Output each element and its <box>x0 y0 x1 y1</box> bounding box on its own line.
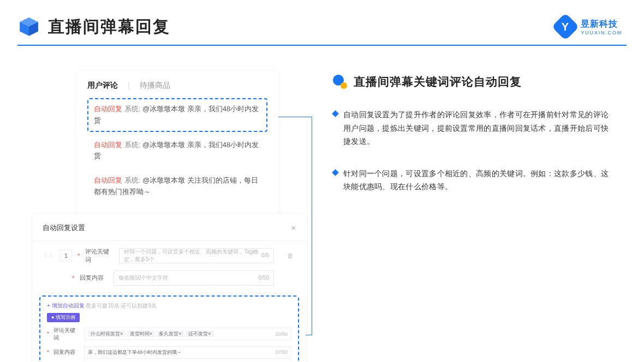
example-block: + 增加自动回复 最多可建10条 还可以创建9条 ● 填写示例 * 评论关键词 … <box>39 295 299 362</box>
auto-reply-message: 自动回复 系统: @冰墩墩本墩 关注我们的店铺，每日都有热门推荐呦～ <box>87 170 267 203</box>
bullet-point: 自动回复设置为了提升作者的评论回复效率，作者可在开播前针对常见的评论用户问题，提… <box>333 108 627 148</box>
description-panel: 直播间弹幕关键词评论自动回复 自动回复设置为了提升作者的评论回复效率，作者可在开… <box>333 71 627 362</box>
tab-user-comments[interactable]: 用户评论 <box>87 81 118 90</box>
example-reply-box: 亲，我们这边都是下单48小时内发货的哦～ 37/50 <box>84 346 291 359</box>
example-badge: ● 填写示例 <box>47 313 80 322</box>
brand-name-cn: 昱新科技 <box>581 19 622 30</box>
slide-header: 直播间弹幕回复 Y 昱新科技 YUUXIN.COM <box>0 0 644 45</box>
example-keyword-box: 什么时候发货× 发货时间× 多久发货× 还不发货× 20/50 <box>84 328 291 340</box>
keyword-input[interactable]: 对同一个问题，可设置多个相近、高频的关键词，Tag确定，最多5个 0/5 <box>119 248 274 263</box>
diamond-bullet-icon <box>332 110 339 117</box>
bubble-icon <box>333 75 347 89</box>
auto-reply-message-highlighted: 自动回复 系统: @冰墩墩本墩 亲亲，我们48小时内发货 <box>87 98 267 132</box>
brand-logo: Y 昱新科技 YUUXIN.COM <box>556 17 622 37</box>
drag-handle-icon[interactable]: ⋮⋮ <box>43 252 55 259</box>
bullet-point: 针对同一个问题，可设置多个相近的、高频的关键词。例如：这款多少钱、这块能优惠吗、… <box>333 167 627 194</box>
diamond-bullet-icon <box>332 169 339 176</box>
delete-icon[interactable]: 🗑 <box>287 252 294 260</box>
slide-title: 直播间弹幕回复 <box>48 16 170 38</box>
rule-number: 1 <box>60 250 72 262</box>
reply-label: 回复内容 <box>80 274 108 282</box>
tab-pending-products[interactable]: 待播商品 <box>140 81 170 90</box>
auto-reply-message: 自动回复 系统: @冰墩墩本墩 亲亲，我们48小时内发货 <box>87 134 267 168</box>
settings-title: 自动回复设置 <box>43 223 85 233</box>
connector-line <box>312 117 312 335</box>
comments-card: 用户评论 | 待播商品 自动回复 系统: @冰墩墩本墩 亲亲，我们48小时内发货… <box>76 71 278 218</box>
brand-icon: Y <box>552 13 580 41</box>
screenshot-panel: 用户评论 | 待播商品 自动回复 系统: @冰墩墩本墩 亲亲，我们48小时内发货… <box>33 71 306 362</box>
close-icon[interactable]: × <box>291 223 296 233</box>
settings-card: 自动回复设置 × ⋮⋮ 1 * 评论关键词 对同一个问题，可设置多个相近、高频的… <box>33 214 306 362</box>
connector-line <box>278 117 312 117</box>
add-auto-reply-link[interactable]: + 增加自动回复 <box>47 303 85 309</box>
brand-name-en: YUUXIN.COM <box>581 30 622 35</box>
connector-line <box>306 335 312 335</box>
cube-logo-icon <box>17 15 40 38</box>
section-title: 直播间弹幕关键词评论自动回复 <box>354 74 522 89</box>
keyword-label: 评论关键词 <box>85 248 114 264</box>
reply-input[interactable]: 每条限50个中文字符 0/50 <box>114 270 274 286</box>
